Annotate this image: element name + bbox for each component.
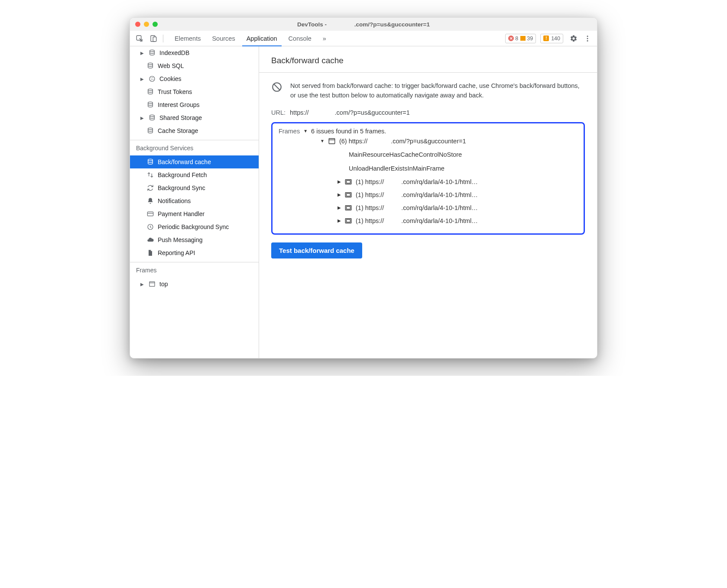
sidebar-item-cookies[interactable]: ▶ Cookies — [130, 72, 259, 85]
sidebar-item-interest-groups[interactable]: Interest Groups — [130, 98, 259, 111]
sidebar-item-top-frame[interactable]: ▶ top — [130, 278, 259, 291]
sidebar-item-label: Notifications — [158, 197, 191, 204]
close-button[interactable] — [135, 22, 140, 27]
svg-rect-30 — [347, 194, 351, 196]
frame-label: (1) https://.com/rq/darla/4-10-1/html… — [356, 191, 478, 198]
cloud-icon — [146, 236, 154, 243]
kebab-menu-icon[interactable] — [581, 33, 594, 44]
device-toggle-icon[interactable] — [147, 33, 159, 44]
warning-count: 39 — [527, 36, 533, 42]
frame-url-head: https:// — [365, 204, 384, 211]
sidebar-item-bg-fetch[interactable]: Background Fetch — [130, 168, 259, 181]
sidebar-item-label: IndexedDB — [159, 49, 189, 56]
sidebar-item-reporting[interactable]: Reporting API — [130, 246, 259, 259]
frames-tree-box: Frames ▼ 6 issues found in 5 frames. ▼ (… — [271, 122, 585, 235]
frames-label: Frames — [279, 128, 300, 135]
issues-counter[interactable]: !140 — [540, 34, 563, 43]
sync-icon — [146, 184, 154, 191]
bell-icon — [146, 197, 154, 204]
frames-tree-header[interactable]: Frames ▼ 6 issues found in 5 frames. — [279, 128, 578, 135]
expand-arrow-icon: ▶ — [140, 51, 145, 55]
tab-more[interactable]: » — [318, 31, 331, 46]
svg-point-8 — [149, 76, 155, 81]
database-icon — [146, 62, 154, 69]
url-head: https:// — [290, 109, 309, 116]
database-icon — [148, 114, 156, 121]
clock-icon — [146, 223, 154, 230]
frame-item-sub[interactable]: ▶ (1) https://.com/rq/darla/4-10-1/html… — [279, 188, 578, 201]
error-warning-counter[interactable]: ✕8 39 — [505, 34, 536, 43]
url-tail: .com/?p=us&guccounter=1 — [335, 109, 410, 116]
svg-rect-21 — [149, 282, 155, 287]
database-icon — [146, 127, 154, 134]
svg-line-24 — [274, 84, 280, 90]
sidebar-item-payment[interactable]: Payment Handler — [130, 207, 259, 220]
svg-point-16 — [148, 128, 153, 129]
sidebar-item-cache-storage[interactable]: Cache Storage — [130, 124, 259, 137]
frame-count: (1) — [356, 178, 364, 185]
iframe-icon — [344, 217, 352, 225]
svg-rect-18 — [147, 212, 153, 216]
tab-sources[interactable]: Sources — [207, 31, 240, 46]
window-icon — [328, 137, 336, 145]
svg-rect-2 — [153, 37, 156, 42]
svg-rect-34 — [347, 220, 351, 222]
sidebar-item-notifications[interactable]: Notifications — [130, 194, 259, 207]
settings-icon[interactable] — [568, 33, 580, 44]
tab-application[interactable]: Application — [241, 31, 282, 46]
expand-arrow-icon: ▶ — [140, 116, 145, 120]
titlebar: DevTools - .com/?p=us&guccounter=1 — [130, 18, 597, 31]
inspect-icon[interactable] — [133, 33, 146, 44]
frame-label: (1) https://.com/rq/darla/4-10-1/html… — [356, 178, 478, 185]
sidebar-item-bg-sync[interactable]: Background Sync — [130, 181, 259, 194]
test-bfcache-button[interactable]: Test back/forward cache — [271, 242, 362, 258]
frames-summary: 6 issues found in 5 frames. — [311, 128, 386, 135]
sidebar-item-label: Background Fetch — [158, 171, 207, 178]
sidebar-item-label: Trust Tokens — [158, 88, 192, 95]
bfcache-reason: UnloadHandlerExistsInMainFrame — [279, 162, 578, 175]
expand-arrow-icon: ▶ — [140, 77, 145, 81]
error-count: 8 — [515, 36, 518, 42]
url-label: URL: — [271, 109, 286, 116]
sidebar-item-label: Cookies — [159, 75, 182, 82]
sidebar-item-label: Back/forward cache — [158, 158, 211, 165]
sidebar-item-periodic[interactable]: Periodic Background Sync — [130, 220, 259, 233]
sidebar-item-shared-storage[interactable]: ▶ Shared Storage — [130, 111, 259, 124]
sidebar-item-bfcache[interactable]: Back/forward cache — [130, 155, 259, 168]
frame-label: (6) https://.com/?p=us&guccounter=1 — [339, 138, 466, 145]
svg-rect-28 — [347, 181, 351, 183]
frame-item-sub[interactable]: ▶ (1) https://.com/rq/darla/4-10-1/html… — [279, 214, 578, 227]
frame-item-sub[interactable]: ▶ (1) https://.com/rq/darla/4-10-1/html… — [279, 175, 578, 188]
svg-point-17 — [148, 159, 153, 161]
main-panel: Back/forward cache Not served from back/… — [259, 46, 597, 358]
panel-tabs: Elements Sources Application Console » — [169, 31, 331, 46]
sidebar-item-label: Push Messaging — [158, 236, 203, 243]
error-icon: ✕ — [508, 36, 514, 41]
iframe-icon — [344, 178, 352, 186]
tab-elements[interactable]: Elements — [169, 31, 206, 46]
tab-console[interactable]: Console — [283, 31, 317, 46]
sidebar-item-trust-tokens[interactable]: Trust Tokens — [130, 85, 259, 98]
frame-count: (6) — [339, 138, 347, 145]
frame-count: (1) — [356, 191, 364, 198]
database-icon — [146, 101, 154, 108]
sidebar-item-push[interactable]: Push Messaging — [130, 233, 259, 246]
sidebar-item-indexeddb[interactable]: ▶ IndexedDB — [130, 46, 259, 59]
svg-point-14 — [148, 102, 153, 103]
sidebar-section-frames: Frames — [130, 262, 259, 278]
window-title: DevTools - .com/?p=us&guccounter=1 — [130, 21, 597, 28]
frame-item-sub[interactable]: ▶ (1) https://.com/rq/darla/4-10-1/html… — [279, 201, 578, 214]
panel-title: Back/forward cache — [259, 46, 597, 73]
devtools-window: DevTools - .com/?p=us&guccounter=1 Eleme… — [130, 17, 597, 359]
iframe-icon — [344, 191, 352, 199]
sidebar-item-websql[interactable]: Web SQL — [130, 59, 259, 72]
issue-icon: ! — [543, 36, 549, 41]
minimize-button[interactable] — [144, 22, 149, 27]
frame-item-top[interactable]: ▼ (6) https://.com/?p=us&guccounter=1 — [279, 135, 578, 148]
sidebar-item-label: Web SQL — [158, 62, 184, 69]
maximize-button[interactable] — [153, 22, 158, 27]
frame-count: (1) — [356, 217, 364, 224]
database-icon — [146, 88, 154, 95]
frame-url-head: https:// — [349, 138, 368, 145]
svg-point-13 — [148, 89, 153, 90]
